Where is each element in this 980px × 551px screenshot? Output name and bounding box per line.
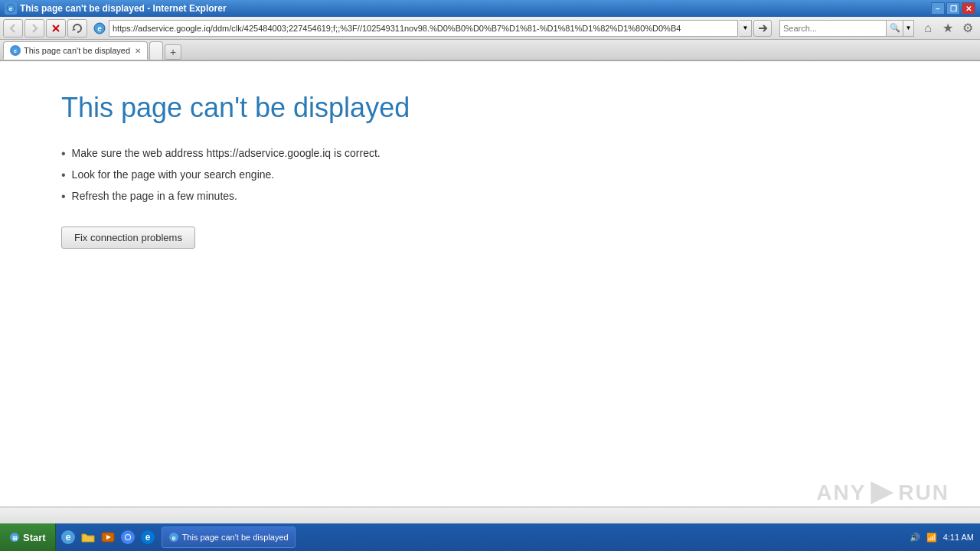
toolbar: e ▼ 🔍 ▼ ⌂ ★ ⚙ (0, 17, 980, 40)
tab-bar: e This page can't be displayed ✕ + (0, 40, 980, 61)
minimize-button[interactable]: − (931, 2, 945, 15)
watermark-text2: RUN (898, 481, 949, 505)
fix-connection-button[interactable]: Fix connection problems (61, 227, 195, 249)
go-button[interactable] (753, 20, 772, 37)
refresh-button[interactable] (67, 19, 87, 37)
list-item: • Make sure the web address https://adse… (61, 147, 919, 161)
address-input[interactable] (109, 20, 738, 37)
close-button[interactable]: ✕ (962, 2, 975, 15)
watermark-play-icon (871, 481, 893, 504)
list-item: • Refresh the page in a few minutes. (61, 190, 919, 204)
bullet-icon: • (61, 147, 66, 161)
svg-text:e: e (14, 48, 17, 54)
svg-text:e: e (97, 24, 102, 33)
title-bar: e This page can't be displayed - Interne… (0, 0, 980, 17)
list-item: • Look for the page with your search eng… (61, 168, 919, 182)
svg-text:e: e (9, 5, 13, 12)
bullet-icon: • (61, 190, 66, 204)
new-tab-button[interactable]: + (165, 44, 181, 60)
search-dropdown[interactable]: ▼ (903, 20, 914, 37)
stop-button[interactable] (46, 19, 66, 37)
settings-icon-button[interactable]: ⚙ (959, 19, 977, 37)
address-ie-icon: e (92, 21, 107, 36)
tab-error-page[interactable]: e This page can't be displayed ✕ (3, 41, 148, 60)
search-input[interactable] (779, 20, 887, 37)
bullet-text-2: Look for the page with your search engin… (72, 168, 275, 181)
status-bar (0, 507, 980, 523)
bullet-text-3: Refresh the page in a few minutes. (72, 190, 237, 202)
tab-close-button[interactable]: ✕ (135, 47, 141, 55)
back-button[interactable] (3, 19, 23, 37)
search-bar: 🔍 ▼ (779, 20, 914, 37)
ie-window-icon: e (5, 2, 17, 15)
address-bar: e ▼ (92, 20, 772, 37)
tab-blank[interactable] (149, 41, 163, 60)
bullet-text-1: Make sure the web address https://adserv… (72, 147, 381, 159)
forward-button[interactable] (24, 19, 44, 37)
bullet-icon: • (61, 168, 66, 182)
error-list: • Make sure the web address https://adse… (61, 147, 919, 204)
restore-button[interactable]: ❐ (946, 2, 960, 15)
content-area: This page can't be displayed • Make sure… (0, 61, 980, 523)
home-icon-button[interactable]: ⌂ (919, 19, 937, 37)
error-title: This page can't be displayed (61, 92, 919, 124)
watermark-text1: ANY (816, 481, 866, 505)
tab-label: This page can't be displayed (24, 46, 130, 55)
search-button[interactable]: 🔍 (887, 20, 903, 37)
anyrun-watermark: ANY RUN (816, 481, 949, 505)
tab-ie-icon: e (10, 45, 21, 56)
address-dropdown[interactable]: ▼ (740, 20, 752, 37)
window-controls: − ❐ ✕ (931, 2, 975, 15)
favorites-icon-button[interactable]: ★ (939, 19, 957, 37)
window-title: This page can't be displayed - Internet … (20, 3, 931, 14)
toolbar-right: ⌂ ★ ⚙ (919, 19, 977, 37)
